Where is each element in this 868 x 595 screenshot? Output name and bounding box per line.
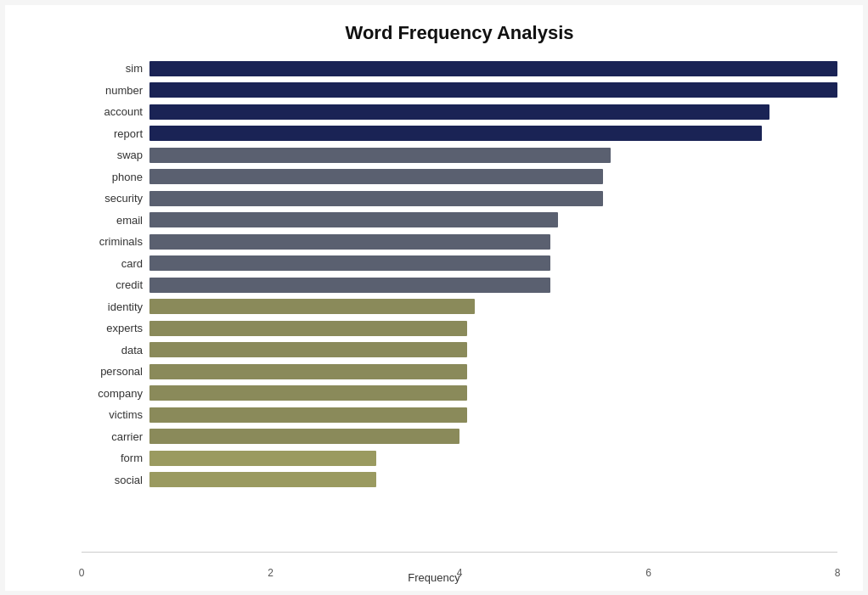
bar-rect xyxy=(149,61,837,76)
bar-label: company xyxy=(82,387,149,400)
bar-rect xyxy=(149,126,762,141)
x-tick: 2 xyxy=(268,567,273,579)
bar-row: phone xyxy=(82,167,837,186)
bar-row: account xyxy=(82,103,837,121)
bar-label: experts xyxy=(82,322,149,334)
bar-label: criminals xyxy=(82,235,149,248)
bar-label: social xyxy=(82,474,149,486)
bar-rect xyxy=(149,255,550,271)
bar-rect xyxy=(149,472,376,487)
bar-row: victims xyxy=(82,406,837,424)
bar-rect xyxy=(149,212,558,227)
bar-label: carrier xyxy=(82,430,149,443)
bar-label: number xyxy=(82,84,149,97)
bar-row: carrier xyxy=(82,427,837,446)
bar-row: identity xyxy=(82,297,837,316)
bar-row: card xyxy=(82,254,837,272)
bar-label: form xyxy=(82,452,149,464)
bar-label: sim xyxy=(82,62,149,75)
bar-label: account xyxy=(82,105,149,118)
x-tick: 6 xyxy=(645,567,651,579)
bar-rect xyxy=(149,82,837,98)
bar-rect xyxy=(149,451,376,466)
bar-row: number xyxy=(82,81,837,99)
bar-label: victims xyxy=(82,408,149,421)
bar-rect xyxy=(149,342,467,357)
bar-rect xyxy=(149,234,550,250)
bar-rect xyxy=(149,385,467,401)
bar-label: email xyxy=(82,214,149,227)
x-tick: 0 xyxy=(79,567,85,579)
bar-label: report xyxy=(82,127,149,140)
bar-rect xyxy=(149,429,459,444)
bar-row: credit xyxy=(82,276,837,295)
bar-row: security xyxy=(82,189,837,208)
x-axis-label: Frequency xyxy=(408,571,459,584)
bar-label: data xyxy=(82,344,149,356)
bar-label: swap xyxy=(82,149,149,161)
bar-label: card xyxy=(82,257,149,270)
bar-label: credit xyxy=(82,278,149,291)
bar-row: company xyxy=(82,384,837,402)
bar-row: form xyxy=(82,449,837,468)
bar-label: security xyxy=(82,192,149,205)
bar-row: personal xyxy=(82,362,837,381)
bar-rect xyxy=(149,169,603,184)
bar-row: email xyxy=(82,210,837,229)
bar-label: phone xyxy=(82,171,149,183)
bar-rect xyxy=(149,278,550,293)
bar-rect xyxy=(149,321,467,336)
chart-title: Word Frequency Analysis xyxy=(82,22,837,44)
bar-row: social xyxy=(82,470,837,489)
bar-row: criminals xyxy=(82,233,837,251)
bar-rect xyxy=(149,364,467,379)
bar-label: identity xyxy=(82,300,149,313)
bar-rect xyxy=(149,104,769,120)
bar-row: report xyxy=(82,124,837,143)
x-axis xyxy=(82,552,837,553)
bar-row: sim xyxy=(82,59,837,78)
bar-row: experts xyxy=(82,319,837,338)
bar-rect xyxy=(149,299,475,314)
chart-area: simnumberaccountreportswapphonesecuritye… xyxy=(82,59,837,552)
x-tick: 8 xyxy=(835,567,841,579)
bar-row: swap xyxy=(82,146,837,165)
bar-rect xyxy=(149,407,467,423)
bar-label: personal xyxy=(82,365,149,378)
bar-rect xyxy=(149,148,611,163)
bar-rect xyxy=(149,191,603,206)
bar-row: data xyxy=(82,340,837,359)
chart-container: Word Frequency Analysis simnumberaccount… xyxy=(5,5,863,591)
